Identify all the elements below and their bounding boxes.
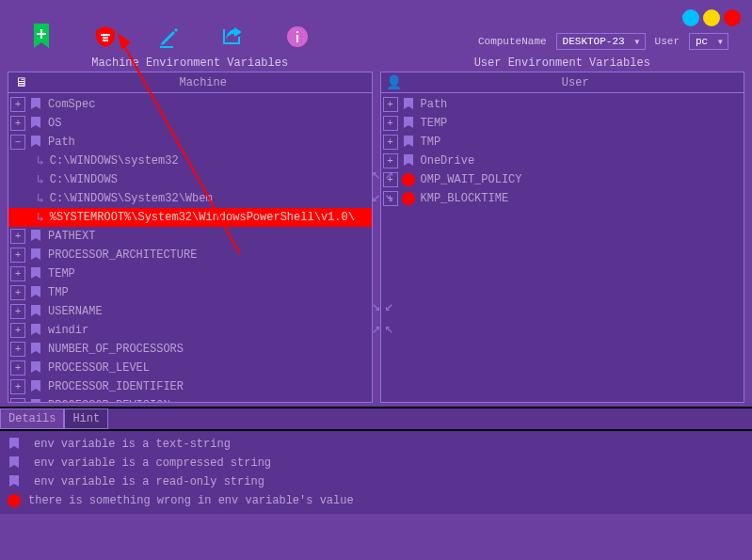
collapse-controls: ↘ ↙ ↗ ↖ bbox=[372, 296, 393, 338]
user-label: User bbox=[655, 36, 680, 47]
header-controls: ComputeName DESKTOP-23 User pc bbox=[478, 33, 728, 50]
computename-label: ComputeName bbox=[478, 36, 547, 47]
error-icon bbox=[402, 192, 415, 205]
tree-row[interactable]: +PROCESSOR_ARCHITECTURE bbox=[8, 246, 372, 264]
hint-text: there is something wrong in env variable… bbox=[28, 494, 354, 507]
expand-bl-icon[interactable]: ↙ bbox=[372, 187, 381, 206]
minimize-button[interactable] bbox=[682, 9, 699, 26]
tree-row[interactable]: +OMP_WAIT_POLICY bbox=[381, 170, 744, 189]
flag-icon bbox=[8, 456, 21, 470]
expand-button[interactable]: + bbox=[10, 398, 25, 403]
hint-row: env variable is a compressed string bbox=[2, 454, 750, 472]
child-arrow-icon: ↳ bbox=[37, 153, 44, 168]
error-icon bbox=[402, 173, 415, 186]
child-label: %SYSTEMROOT%\System32\WindowsPowerShell\… bbox=[50, 211, 355, 224]
tabs: Details Hint bbox=[0, 407, 752, 429]
flag-icon bbox=[402, 117, 415, 130]
expand-br-icon[interactable]: ↘ bbox=[385, 187, 394, 206]
expand-button[interactable]: + bbox=[10, 342, 25, 357]
tree-row[interactable]: +USERNAME bbox=[8, 302, 372, 321]
hint-panel: env variable is a text-stringenv variabl… bbox=[0, 429, 752, 514]
tree-row[interactable]: +KMP_BLOCKTIME bbox=[381, 189, 744, 208]
hint-text: env variable is a read-only string bbox=[34, 475, 264, 488]
expand-button[interactable]: + bbox=[10, 285, 25, 300]
tree-row[interactable]: +TEMP bbox=[8, 264, 372, 283]
tree-label: OS bbox=[48, 117, 61, 130]
expand-tr-icon[interactable]: ↗ bbox=[385, 165, 394, 184]
tree-child-row[interactable]: ↳C:\WINDOWS bbox=[8, 170, 372, 189]
info-icon[interactable] bbox=[284, 24, 311, 50]
maximize-button[interactable] bbox=[703, 9, 720, 26]
machine-header-label: Machine bbox=[35, 76, 372, 89]
computename-select[interactable]: DESKTOP-23 bbox=[556, 33, 646, 50]
expand-button[interactable]: − bbox=[10, 135, 25, 150]
tree-label: TMP bbox=[421, 136, 441, 149]
collapse-tr-icon[interactable]: ↙ bbox=[385, 296, 394, 315]
tree-label: TMP bbox=[48, 286, 69, 299]
tree-row[interactable]: +TMP bbox=[8, 283, 372, 302]
expand-button[interactable]: + bbox=[383, 135, 398, 150]
tree-child-row[interactable]: ↳C:\WINDOWS\System32\Wbem bbox=[8, 189, 372, 208]
expand-button[interactable]: + bbox=[10, 97, 25, 112]
tree-row[interactable]: +PROCESSOR_REVISION bbox=[8, 396, 372, 403]
window-controls bbox=[682, 9, 741, 26]
delete-icon[interactable] bbox=[92, 24, 119, 50]
hint-row: env variable is a text-string bbox=[2, 435, 750, 454]
collapse-br-icon[interactable]: ↖ bbox=[385, 319, 394, 338]
flag-icon bbox=[29, 324, 42, 337]
expand-button[interactable]: + bbox=[10, 379, 25, 394]
tab-details[interactable]: Details bbox=[0, 408, 64, 429]
tree-child-row[interactable]: ↳C:\WINDOWS\system32 bbox=[8, 152, 372, 170]
machine-section-title: Machine Environment Variables bbox=[8, 55, 373, 72]
hint-row: there is something wrong in env variable… bbox=[2, 491, 750, 510]
expand-tl-icon[interactable]: ↖ bbox=[372, 165, 381, 184]
expand-button[interactable]: + bbox=[10, 323, 25, 338]
person-icon: 👤 bbox=[381, 74, 408, 90]
tree-row[interactable]: −Path bbox=[8, 133, 372, 152]
tree-row[interactable]: +ComSpec bbox=[8, 95, 372, 114]
user-header-label: User bbox=[408, 76, 744, 89]
tree-row[interactable]: +PROCESSOR_LEVEL bbox=[8, 359, 372, 377]
flag-icon bbox=[29, 361, 42, 375]
hint-text: env variable is a compressed string bbox=[34, 456, 271, 470]
edit-icon[interactable] bbox=[156, 24, 183, 50]
tree-row[interactable]: +NUMBER_OF_PROCESSORS bbox=[8, 340, 372, 359]
collapse-bl-icon[interactable]: ↗ bbox=[372, 319, 381, 338]
tree-label: PROCESSOR_LEVEL bbox=[48, 361, 150, 375]
tree-row[interactable]: +OS bbox=[8, 114, 372, 133]
tree-row[interactable]: +PATHEXT bbox=[8, 227, 372, 246]
tree-row[interactable]: +TMP bbox=[381, 133, 744, 152]
tree-row[interactable]: +TEMP bbox=[381, 114, 744, 133]
flag-icon bbox=[29, 343, 42, 356]
expand-button[interactable]: + bbox=[10, 360, 25, 376]
export-icon[interactable] bbox=[220, 24, 247, 50]
user-section: User Environment Variables 👤 User +Path+… bbox=[380, 55, 745, 403]
flag-icon bbox=[29, 380, 42, 393]
expand-button[interactable]: + bbox=[383, 97, 398, 112]
tree-label: windir bbox=[48, 324, 88, 337]
expand-button[interactable]: + bbox=[10, 116, 25, 131]
tree-row[interactable]: +PROCESSOR_IDENTIFIER bbox=[8, 377, 372, 396]
tree-child-row[interactable]: ↳%SYSTEMROOT%\System32\WindowsPowerShell… bbox=[8, 208, 372, 227]
child-label: C:\WINDOWS\system32 bbox=[50, 154, 179, 168]
expand-button[interactable]: + bbox=[383, 116, 398, 131]
add-bookmark-icon[interactable] bbox=[28, 24, 55, 50]
collapse-tl-icon[interactable]: ↘ bbox=[372, 296, 381, 315]
flag-icon bbox=[29, 305, 42, 318]
expand-button[interactable]: + bbox=[10, 304, 25, 319]
flag-icon bbox=[29, 267, 42, 280]
tree-row[interactable]: +OneDrive bbox=[381, 152, 744, 170]
flag-icon bbox=[29, 230, 42, 243]
close-button[interactable] bbox=[724, 9, 741, 26]
expand-button[interactable]: + bbox=[10, 266, 25, 281]
user-select[interactable]: pc bbox=[689, 33, 728, 50]
expand-button[interactable]: + bbox=[10, 248, 25, 263]
tab-hint[interactable]: Hint bbox=[64, 408, 108, 429]
child-label: C:\WINDOWS\System32\Wbem bbox=[50, 192, 213, 205]
flag-icon bbox=[8, 438, 21, 451]
flag-icon bbox=[402, 154, 415, 168]
tree-row[interactable]: +Path bbox=[381, 95, 744, 114]
expand-button[interactable]: + bbox=[10, 229, 25, 244]
flag-icon bbox=[29, 399, 42, 403]
tree-row[interactable]: +windir bbox=[8, 321, 372, 340]
